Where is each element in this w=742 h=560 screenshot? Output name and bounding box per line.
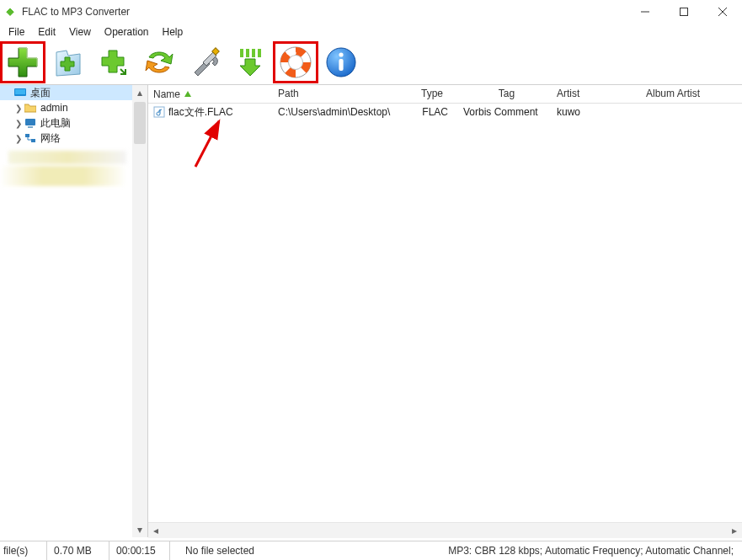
add-folder-button[interactable] — [47, 43, 89, 82]
plus-down-icon — [97, 45, 131, 79]
cell-name-text: flac文件.FLAC — [168, 105, 233, 120]
menu-file[interactable]: File — [2, 24, 31, 40]
pc-icon — [24, 117, 37, 129]
sort-asc-icon — [184, 90, 192, 99]
scroll-right-icon[interactable]: ▸ — [727, 523, 742, 538]
list-header: Name Path Type Tag Artist Album Artist — [148, 85, 742, 104]
svg-rect-14 — [339, 59, 343, 71]
app-icon — [3, 5, 17, 19]
column-artist[interactable]: Artist — [552, 85, 641, 103]
tree-item-thispc[interactable]: ❯ 此电脑 — [0, 115, 147, 131]
cell-artist: kuwo — [552, 104, 641, 120]
svg-rect-19 — [25, 134, 29, 137]
status-size: 0.70 MB — [47, 541, 109, 560]
maximize-button[interactable] — [665, 0, 703, 24]
column-albumartist[interactable]: Album Artist — [641, 85, 742, 103]
svg-rect-1 — [681, 8, 688, 16]
add-sub-button[interactable] — [93, 43, 135, 82]
status-duration: 00:00:15 — [109, 541, 170, 560]
about-button[interactable] — [320, 43, 362, 82]
menu-view[interactable]: View — [62, 24, 98, 40]
toolbar — [0, 40, 742, 84]
cell-type: FLAC — [403, 104, 462, 120]
network-icon — [24, 132, 37, 144]
svg-rect-5 — [240, 49, 243, 57]
expander-icon[interactable]: ❯ — [13, 119, 24, 128]
folder-plus-icon — [51, 45, 85, 79]
status-selection: No file selected — [170, 545, 440, 557]
download-button[interactable] — [229, 43, 271, 82]
file-list: Name Path Type Tag Artist Album Artist f… — [148, 84, 742, 537]
folder-tree[interactable]: 桌面 ❯ admin ❯ 此电脑 ❯ 网络 ▴ ▾ — [0, 84, 148, 537]
svg-point-11 — [286, 51, 296, 56]
tree-label: 桌面 — [30, 86, 51, 100]
expander-icon[interactable]: ❯ — [13, 134, 24, 143]
menubar: File Edit View Operation Help — [0, 24, 742, 40]
cycle-icon — [142, 45, 176, 79]
cell-path: C:\Users\admin\Desktop\ — [273, 104, 403, 120]
svg-rect-7 — [252, 49, 255, 57]
app-title: FLAC to MP3 Converter — [22, 6, 130, 18]
tree-label: 此电脑 — [40, 116, 71, 131]
scroll-up-icon[interactable]: ▴ — [132, 85, 147, 100]
main-area: 桌面 ❯ admin ❯ 此电脑 ❯ 网络 ▴ ▾ Name — [0, 84, 742, 537]
table-row[interactable]: flac文件.FLAC C:\Users\admin\Desktop\ FLAC… — [148, 104, 742, 120]
svg-point-13 — [339, 52, 343, 56]
cell-albumartist — [641, 110, 742, 114]
svg-rect-17 — [25, 119, 35, 125]
scroll-down-icon[interactable]: ▾ — [132, 522, 147, 537]
tree-item-network[interactable]: ❯ 网络 — [0, 131, 147, 146]
lifebuoy-icon — [278, 45, 313, 80]
expander-icon[interactable]: ❯ — [13, 104, 24, 113]
column-name-label: Name — [153, 88, 180, 100]
status-files: file(s) — [0, 541, 47, 560]
minimize-button[interactable] — [626, 0, 665, 24]
column-path[interactable]: Path — [273, 85, 403, 103]
svg-rect-16 — [15, 89, 25, 94]
download-icon — [233, 45, 267, 79]
plus-icon — [5, 45, 40, 80]
cell-name: flac文件.FLAC — [148, 104, 273, 121]
info-icon — [324, 45, 358, 79]
menu-help[interactable]: Help — [156, 24, 190, 40]
titlebar: FLAC to MP3 Converter — [0, 0, 742, 24]
scroll-thumb[interactable] — [132, 100, 147, 522]
help-button[interactable] — [275, 43, 317, 82]
tree-item-admin[interactable]: ❯ admin — [0, 100, 147, 115]
status-bar: file(s) 0.70 MB 00:00:15 No file selecte… — [0, 541, 742, 560]
tree-vertical-scrollbar[interactable]: ▴ ▾ — [132, 85, 147, 537]
column-type[interactable]: Type — [403, 85, 462, 103]
convert-button[interactable] — [138, 43, 180, 82]
status-format: MP3: CBR 128 kbps; Automatic Frequency; … — [440, 545, 742, 557]
svg-rect-6 — [246, 49, 249, 57]
svg-point-10 — [289, 56, 303, 70]
tree-item-desktop[interactable]: 桌面 — [0, 85, 147, 100]
tree-label: admin — [40, 102, 68, 114]
close-button[interactable] — [703, 0, 742, 24]
svg-rect-8 — [258, 49, 261, 57]
desktop-icon — [13, 87, 27, 99]
svg-rect-18 — [28, 126, 33, 128]
column-name[interactable]: Name — [148, 85, 273, 103]
add-button[interactable] — [2, 43, 44, 82]
cell-tag: Vorbis Comment — [462, 104, 552, 120]
column-tag[interactable]: Tag — [462, 85, 552, 103]
scroll-left-icon[interactable]: ◂ — [148, 523, 163, 538]
audio-file-icon — [153, 106, 165, 118]
tools-icon — [188, 45, 222, 79]
folder-icon — [24, 102, 37, 114]
menu-edit[interactable]: Edit — [31, 24, 62, 40]
scroll-track[interactable] — [163, 523, 727, 538]
tree-label: 网络 — [40, 131, 61, 146]
list-horizontal-scrollbar[interactable]: ◂ ▸ — [148, 522, 742, 537]
settings-button[interactable] — [184, 43, 226, 82]
list-body[interactable]: flac文件.FLAC C:\Users\admin\Desktop\ FLAC… — [148, 104, 742, 522]
menu-operation[interactable]: Operation — [98, 24, 156, 40]
